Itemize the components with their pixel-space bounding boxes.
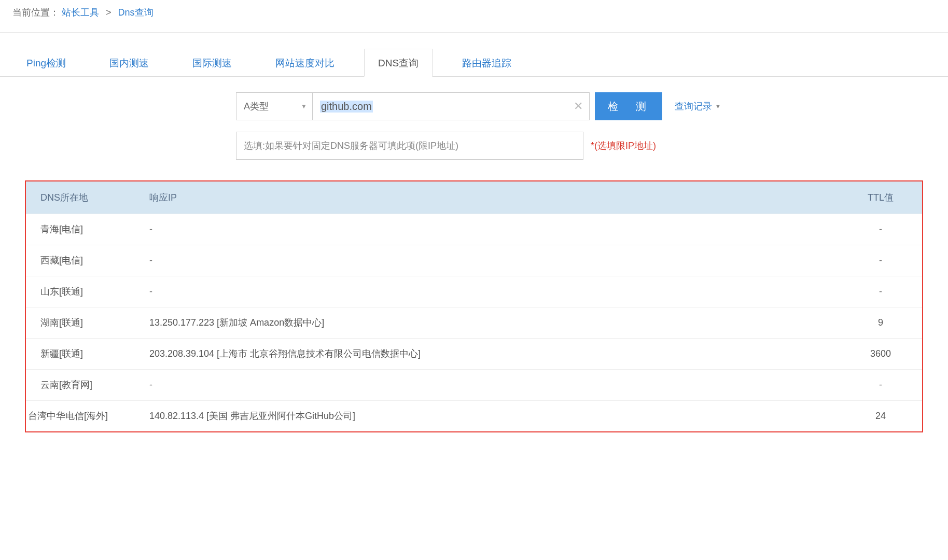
- tab-compare[interactable]: 网站速度对比: [261, 49, 348, 77]
- table-row: 西藏[电信]--: [26, 245, 922, 276]
- cell-ip: 203.208.39.104 [上海市 北京谷翔信息技术有限公司电信数据中心]: [140, 338, 839, 369]
- table-row: 湖南[联通]13.250.177.223 [新加坡 Amazon数据中心]9: [26, 307, 922, 338]
- chevron-down-icon: ▼: [715, 103, 721, 109]
- tab-dns[interactable]: DNS查询: [364, 49, 433, 77]
- cell-ip: -: [140, 245, 839, 276]
- cell-location: 西藏[电信]: [26, 245, 140, 276]
- table-row: 山东[联通]--: [26, 276, 922, 307]
- results-table: DNS所在地 响应IP TTL值 青海[电信]--西藏[电信]--山东[联通]-…: [26, 181, 922, 431]
- submit-button[interactable]: 检 测: [595, 92, 662, 120]
- table-row: 新疆[联通]203.208.39.104 [上海市 北京谷翔信息技术有限公司电信…: [26, 338, 922, 369]
- cell-ip: -: [140, 214, 839, 245]
- cell-location: 山东[联通]: [26, 276, 140, 307]
- cell-location: 云南[教育网]: [26, 369, 140, 400]
- dns-server-input[interactable]: 选填:如果要针对固定DNS服务器可填此项(限IP地址): [236, 132, 583, 160]
- cell-ttl: 3600: [839, 338, 922, 369]
- history-link[interactable]: 查询记录 ▼: [675, 100, 721, 113]
- cell-location: 青海[电信]: [26, 214, 140, 245]
- record-type-select[interactable]: A类型 ▼: [236, 92, 313, 120]
- breadcrumb: 当前位置： 站长工具 > Dns查询: [0, 0, 948, 26]
- ip-only-note: *(选填限IP地址): [591, 139, 656, 152]
- divider: [0, 32, 948, 33]
- col-header-location: DNS所在地: [26, 181, 140, 214]
- clear-icon[interactable]: ✕: [574, 100, 583, 113]
- breadcrumb-label: 当前位置：: [12, 7, 59, 18]
- cell-ip: 13.250.177.223 [新加坡 Amazon数据中心]: [140, 307, 839, 338]
- cell-location: 湖南[联通]: [26, 307, 140, 338]
- table-row: 青海[电信]--: [26, 214, 922, 245]
- breadcrumb-sep: >: [106, 7, 111, 18]
- tabs: Ping检测国内测速国际测速网站速度对比DNS查询路由器追踪: [0, 48, 948, 77]
- cell-location: 台湾中华电信[海外]: [26, 400, 140, 431]
- domain-input[interactable]: github.com ✕: [313, 92, 590, 120]
- tab-ping[interactable]: Ping检测: [12, 49, 80, 77]
- cell-ttl: -: [839, 214, 922, 245]
- cell-ip: -: [140, 276, 839, 307]
- cell-ttl: -: [839, 369, 922, 400]
- table-row: 云南[教育网]--: [26, 369, 922, 400]
- cell-ttl: -: [839, 276, 922, 307]
- breadcrumb-link-dns[interactable]: Dns查询: [118, 7, 154, 18]
- chevron-down-icon: ▼: [301, 103, 307, 110]
- history-label: 查询记录: [675, 100, 712, 113]
- breadcrumb-link-tools[interactable]: 站长工具: [62, 7, 99, 18]
- cell-ttl: 9: [839, 307, 922, 338]
- col-header-ttl: TTL值: [839, 181, 922, 214]
- tab-trace[interactable]: 路由器追踪: [448, 49, 525, 77]
- results-highlight-box: DNS所在地 响应IP TTL值 青海[电信]--西藏[电信]--山东[联通]-…: [25, 180, 923, 432]
- record-type-value: A类型: [244, 100, 269, 113]
- cell-ttl: -: [839, 245, 922, 276]
- cell-ttl: 24: [839, 400, 922, 431]
- dns-server-placeholder: 选填:如果要针对固定DNS服务器可填此项(限IP地址): [244, 139, 458, 152]
- table-row: 台湾中华电信[海外]140.82.113.4 [美国 弗吉尼亚州阿什本GitHu…: [26, 400, 922, 431]
- cell-ip: 140.82.113.4 [美国 弗吉尼亚州阿什本GitHub公司]: [140, 400, 839, 431]
- tab-intl[interactable]: 国际测速: [178, 49, 246, 77]
- col-header-ip: 响应IP: [140, 181, 839, 214]
- tab-domestic[interactable]: 国内测速: [95, 49, 163, 77]
- cell-ip: -: [140, 369, 839, 400]
- cell-location: 新疆[联通]: [26, 338, 140, 369]
- query-row-2: 选填:如果要针对固定DNS服务器可填此项(限IP地址) *(选填限IP地址): [0, 132, 948, 160]
- query-row-1: A类型 ▼ github.com ✕ 检 测 查询记录 ▼: [0, 92, 948, 120]
- domain-value: github.com: [320, 101, 373, 113]
